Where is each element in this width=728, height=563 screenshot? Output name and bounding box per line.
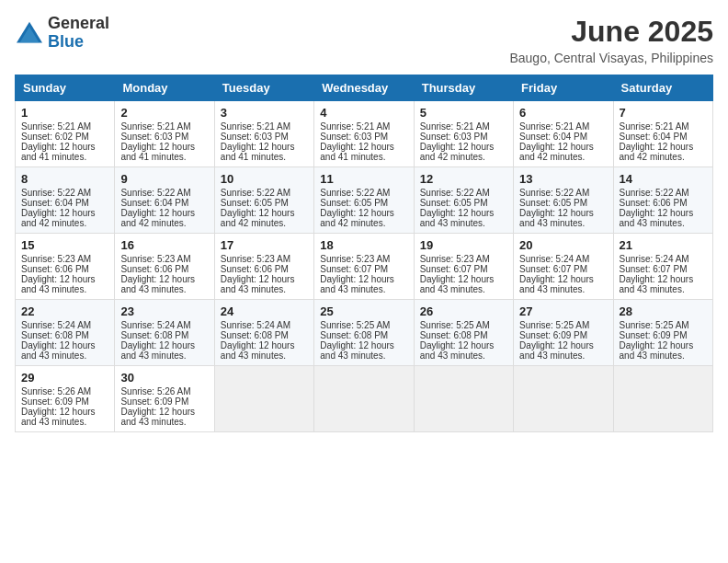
header-thursday: Thursday <box>414 75 513 101</box>
calendar-week-3: 15Sunrise: 5:23 AMSunset: 6:06 PMDayligh… <box>16 234 713 300</box>
header-wednesday: Wednesday <box>314 75 414 101</box>
calendar-day-16: 16Sunrise: 5:23 AMSunset: 6:06 PMDayligh… <box>115 234 214 300</box>
calendar-week-5: 29Sunrise: 5:26 AMSunset: 6:09 PMDayligh… <box>16 366 713 432</box>
logo-blue-text: Blue <box>48 33 109 52</box>
calendar-day-17: 17Sunrise: 5:23 AMSunset: 6:06 PMDayligh… <box>214 234 313 300</box>
calendar-day-13: 13Sunrise: 5:22 AMSunset: 6:05 PMDayligh… <box>514 167 613 234</box>
calendar-day-28: 28Sunrise: 5:25 AMSunset: 6:09 PMDayligh… <box>613 300 712 366</box>
header-sunday: Sunday <box>16 75 115 101</box>
calendar-day-24: 24Sunrise: 5:24 AMSunset: 6:08 PMDayligh… <box>214 300 313 366</box>
calendar-day-7: 7Sunrise: 5:21 AMSunset: 6:04 PMDaylight… <box>613 101 712 167</box>
calendar-day-8: 8Sunrise: 5:22 AMSunset: 6:04 PMDaylight… <box>16 167 115 234</box>
month-title: June 2025 <box>509 15 713 49</box>
calendar-day-22: 22Sunrise: 5:24 AMSunset: 6:08 PMDayligh… <box>16 300 115 366</box>
calendar-day-5: 5Sunrise: 5:21 AMSunset: 6:03 PMDaylight… <box>414 101 513 167</box>
header-friday: Friday <box>514 75 613 101</box>
calendar-day-2: 2Sunrise: 5:21 AMSunset: 6:03 PMDaylight… <box>115 101 214 167</box>
calendar-day-29: 29Sunrise: 5:26 AMSunset: 6:09 PMDayligh… <box>16 366 115 432</box>
logo: General Blue <box>15 15 109 52</box>
page-header: General Blue June 2025 Baugo, Central Vi… <box>15 15 713 65</box>
calendar-week-1: 1Sunrise: 5:21 AMSunset: 6:02 PMDaylight… <box>16 101 713 167</box>
calendar-week-4: 22Sunrise: 5:24 AMSunset: 6:08 PMDayligh… <box>16 300 713 366</box>
calendar-day-23: 23Sunrise: 5:24 AMSunset: 6:08 PMDayligh… <box>115 300 214 366</box>
calendar-day-14: 14Sunrise: 5:22 AMSunset: 6:06 PMDayligh… <box>613 167 712 234</box>
calendar-empty-4-2 <box>214 366 313 432</box>
location-title: Baugo, Central Visayas, Philippines <box>509 51 713 65</box>
logo-general-text: General <box>48 15 109 33</box>
calendar-day-30: 30Sunrise: 5:26 AMSunset: 6:09 PMDayligh… <box>115 366 214 432</box>
calendar-day-9: 9Sunrise: 5:22 AMSunset: 6:04 PMDaylight… <box>115 167 214 234</box>
calendar-empty-4-3 <box>314 366 414 432</box>
calendar-week-2: 8Sunrise: 5:22 AMSunset: 6:04 PMDaylight… <box>16 167 713 234</box>
calendar-day-12: 12Sunrise: 5:22 AMSunset: 6:05 PMDayligh… <box>414 167 513 234</box>
calendar-day-19: 19Sunrise: 5:23 AMSunset: 6:07 PMDayligh… <box>414 234 513 300</box>
calendar-day-15: 15Sunrise: 5:23 AMSunset: 6:06 PMDayligh… <box>16 234 115 300</box>
calendar-day-25: 25Sunrise: 5:25 AMSunset: 6:08 PMDayligh… <box>314 300 414 366</box>
calendar-day-4: 4Sunrise: 5:21 AMSunset: 6:03 PMDaylight… <box>314 101 414 167</box>
calendar-body: 1Sunrise: 5:21 AMSunset: 6:02 PMDaylight… <box>16 101 713 432</box>
calendar-day-21: 21Sunrise: 5:24 AMSunset: 6:07 PMDayligh… <box>613 234 712 300</box>
calendar-day-27: 27Sunrise: 5:25 AMSunset: 6:09 PMDayligh… <box>514 300 613 366</box>
calendar-day-3: 3Sunrise: 5:21 AMSunset: 6:03 PMDaylight… <box>214 101 313 167</box>
header-row: Sunday Monday Tuesday Wednesday Thursday… <box>16 75 713 101</box>
calendar-day-18: 18Sunrise: 5:23 AMSunset: 6:07 PMDayligh… <box>314 234 414 300</box>
header-monday: Monday <box>115 75 214 101</box>
calendar-day-20: 20Sunrise: 5:24 AMSunset: 6:07 PMDayligh… <box>514 234 613 300</box>
calendar-day-1: 1Sunrise: 5:21 AMSunset: 6:02 PMDaylight… <box>16 101 115 167</box>
calendar-empty-4-4 <box>414 366 513 432</box>
logo-text: General Blue <box>48 15 109 52</box>
calendar-day-6: 6Sunrise: 5:21 AMSunset: 6:04 PMDaylight… <box>514 101 613 167</box>
calendar-table: Sunday Monday Tuesday Wednesday Thursday… <box>15 75 713 432</box>
header-tuesday: Tuesday <box>214 75 313 101</box>
calendar-empty-4-6 <box>613 366 712 432</box>
header-saturday: Saturday <box>613 75 712 101</box>
calendar-empty-4-5 <box>514 366 613 432</box>
title-area: June 2025 Baugo, Central Visayas, Philip… <box>509 15 713 65</box>
calendar-day-10: 10Sunrise: 5:22 AMSunset: 6:05 PMDayligh… <box>214 167 313 234</box>
calendar-day-11: 11Sunrise: 5:22 AMSunset: 6:05 PMDayligh… <box>314 167 414 234</box>
calendar-day-26: 26Sunrise: 5:25 AMSunset: 6:08 PMDayligh… <box>414 300 513 366</box>
logo-icon <box>15 20 44 46</box>
